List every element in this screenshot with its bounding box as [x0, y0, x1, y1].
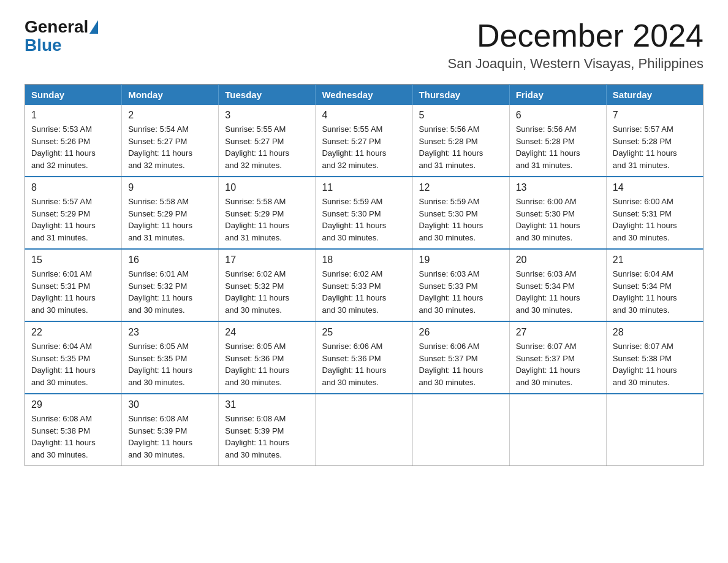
calendar-week-row: 8Sunrise: 5:57 AMSunset: 5:29 PMDaylight… [25, 177, 703, 249]
calendar-cell: 24Sunrise: 6:05 AMSunset: 5:36 PMDayligh… [219, 321, 316, 394]
day-number: 28 [613, 327, 697, 338]
weekday-header-sunday: Sunday [25, 85, 122, 105]
day-info: Sunrise: 6:02 AMSunset: 5:33 PMDaylight:… [322, 268, 406, 316]
logo-general-text: General [25, 18, 88, 36]
calendar-cell: 31Sunrise: 6:08 AMSunset: 5:39 PMDayligh… [219, 394, 316, 466]
calendar-cell: 5Sunrise: 5:56 AMSunset: 5:28 PMDaylight… [412, 105, 509, 177]
day-info: Sunrise: 5:58 AMSunset: 5:29 PMDaylight:… [225, 196, 309, 243]
day-number: 13 [516, 182, 600, 193]
calendar-cell: 7Sunrise: 5:57 AMSunset: 5:28 PMDaylight… [606, 105, 703, 177]
day-info: Sunrise: 6:07 AMSunset: 5:38 PMDaylight:… [613, 340, 697, 388]
day-info: Sunrise: 6:05 AMSunset: 5:35 PMDaylight:… [128, 340, 212, 388]
day-info: Sunrise: 6:08 AMSunset: 5:38 PMDaylight:… [31, 413, 115, 461]
calendar-cell: 6Sunrise: 5:56 AMSunset: 5:28 PMDaylight… [509, 105, 606, 177]
calendar-cell: 17Sunrise: 6:02 AMSunset: 5:32 PMDayligh… [219, 249, 316, 321]
calendar-cell: 22Sunrise: 6:04 AMSunset: 5:35 PMDayligh… [25, 321, 122, 394]
calendar-cell: 30Sunrise: 6:08 AMSunset: 5:39 PMDayligh… [122, 394, 219, 466]
weekday-header-row: SundayMondayTuesdayWednesdayThursdayFrid… [25, 85, 703, 105]
day-info: Sunrise: 6:04 AMSunset: 5:34 PMDaylight:… [613, 268, 697, 316]
day-number: 29 [31, 399, 115, 410]
day-info: Sunrise: 5:59 AMSunset: 5:30 PMDaylight:… [419, 196, 503, 243]
weekday-header-wednesday: Wednesday [316, 85, 412, 105]
day-number: 30 [128, 399, 212, 410]
calendar-cell: 2Sunrise: 5:54 AMSunset: 5:27 PMDaylight… [122, 105, 219, 177]
day-number: 1 [31, 110, 115, 121]
day-info: Sunrise: 5:55 AMSunset: 5:27 PMDaylight:… [322, 123, 406, 171]
day-number: 9 [128, 182, 212, 193]
logo: General Blue [25, 18, 99, 55]
day-number: 16 [128, 255, 212, 266]
day-number: 11 [322, 182, 406, 193]
day-info: Sunrise: 5:56 AMSunset: 5:28 PMDaylight:… [419, 123, 503, 171]
day-number: 17 [225, 255, 309, 266]
calendar-cell: 21Sunrise: 6:04 AMSunset: 5:34 PMDayligh… [606, 249, 703, 321]
day-number: 7 [613, 110, 697, 121]
day-info: Sunrise: 5:54 AMSunset: 5:27 PMDaylight:… [128, 123, 212, 171]
day-info: Sunrise: 6:00 AMSunset: 5:30 PMDaylight:… [516, 196, 600, 243]
day-number: 19 [419, 255, 503, 266]
title-area: December 2024 San Joaquin, Western Visay… [448, 18, 703, 72]
day-number: 5 [419, 110, 503, 121]
calendar-cell: 15Sunrise: 6:01 AMSunset: 5:31 PMDayligh… [25, 249, 122, 321]
weekday-header-monday: Monday [122, 85, 219, 105]
month-title: December 2024 [448, 18, 703, 53]
calendar-cell: 23Sunrise: 6:05 AMSunset: 5:35 PMDayligh… [122, 321, 219, 394]
calendar-week-row: 1Sunrise: 5:53 AMSunset: 5:26 PMDaylight… [25, 105, 703, 177]
day-number: 21 [613, 255, 697, 266]
calendar-cell: 18Sunrise: 6:02 AMSunset: 5:33 PMDayligh… [316, 249, 412, 321]
weekday-header-saturday: Saturday [606, 85, 703, 105]
weekday-header-thursday: Thursday [412, 85, 509, 105]
day-number: 31 [225, 399, 309, 410]
day-info: Sunrise: 6:06 AMSunset: 5:36 PMDaylight:… [322, 340, 406, 388]
day-number: 22 [31, 327, 115, 338]
calendar-cell: 29Sunrise: 6:08 AMSunset: 5:38 PMDayligh… [25, 394, 122, 466]
day-number: 24 [225, 327, 309, 338]
calendar-week-row: 22Sunrise: 6:04 AMSunset: 5:35 PMDayligh… [25, 321, 703, 394]
day-number: 6 [516, 110, 600, 121]
calendar-cell: 1Sunrise: 5:53 AMSunset: 5:26 PMDaylight… [25, 105, 122, 177]
calendar-cell [606, 394, 703, 466]
day-info: Sunrise: 6:01 AMSunset: 5:31 PMDaylight:… [31, 268, 115, 316]
day-info: Sunrise: 5:53 AMSunset: 5:26 PMDaylight:… [31, 123, 115, 171]
calendar-cell: 20Sunrise: 6:03 AMSunset: 5:34 PMDayligh… [509, 249, 606, 321]
day-number: 2 [128, 110, 212, 121]
day-info: Sunrise: 6:07 AMSunset: 5:37 PMDaylight:… [516, 340, 600, 388]
calendar-cell [412, 394, 509, 466]
logo-triangle-icon [89, 20, 98, 34]
day-info: Sunrise: 5:59 AMSunset: 5:30 PMDaylight:… [322, 196, 406, 243]
calendar-cell: 27Sunrise: 6:07 AMSunset: 5:37 PMDayligh… [509, 321, 606, 394]
day-number: 12 [419, 182, 503, 193]
day-info: Sunrise: 5:56 AMSunset: 5:28 PMDaylight:… [516, 123, 600, 171]
day-info: Sunrise: 6:08 AMSunset: 5:39 PMDaylight:… [225, 413, 309, 461]
location-title: San Joaquin, Western Visayas, Philippine… [448, 56, 703, 72]
day-info: Sunrise: 6:03 AMSunset: 5:34 PMDaylight:… [516, 268, 600, 316]
day-number: 27 [516, 327, 600, 338]
day-number: 25 [322, 327, 406, 338]
day-info: Sunrise: 6:02 AMSunset: 5:32 PMDaylight:… [225, 268, 309, 316]
day-number: 8 [31, 182, 115, 193]
day-info: Sunrise: 6:00 AMSunset: 5:31 PMDaylight:… [613, 196, 697, 243]
page-header: General Blue December 2024 San Joaquin, … [25, 18, 703, 72]
calendar-cell: 16Sunrise: 6:01 AMSunset: 5:32 PMDayligh… [122, 249, 219, 321]
day-number: 20 [516, 255, 600, 266]
day-info: Sunrise: 5:58 AMSunset: 5:29 PMDaylight:… [128, 196, 212, 243]
calendar-cell [316, 394, 412, 466]
day-number: 4 [322, 110, 406, 121]
calendar-cell: 3Sunrise: 5:55 AMSunset: 5:27 PMDaylight… [219, 105, 316, 177]
calendar-cell: 11Sunrise: 5:59 AMSunset: 5:30 PMDayligh… [316, 177, 412, 249]
calendar-cell: 10Sunrise: 5:58 AMSunset: 5:29 PMDayligh… [219, 177, 316, 249]
day-number: 3 [225, 110, 309, 121]
day-info: Sunrise: 5:55 AMSunset: 5:27 PMDaylight:… [225, 123, 309, 171]
calendar-cell: 25Sunrise: 6:06 AMSunset: 5:36 PMDayligh… [316, 321, 412, 394]
calendar-week-row: 29Sunrise: 6:08 AMSunset: 5:38 PMDayligh… [25, 394, 703, 466]
day-info: Sunrise: 6:03 AMSunset: 5:33 PMDaylight:… [419, 268, 503, 316]
calendar-table: SundayMondayTuesdayWednesdayThursdayFrid… [25, 84, 703, 466]
calendar-cell: 14Sunrise: 6:00 AMSunset: 5:31 PMDayligh… [606, 177, 703, 249]
day-info: Sunrise: 6:01 AMSunset: 5:32 PMDaylight:… [128, 268, 212, 316]
calendar-cell: 8Sunrise: 5:57 AMSunset: 5:29 PMDaylight… [25, 177, 122, 249]
calendar-cell: 12Sunrise: 5:59 AMSunset: 5:30 PMDayligh… [412, 177, 509, 249]
day-info: Sunrise: 6:05 AMSunset: 5:36 PMDaylight:… [225, 340, 309, 388]
calendar-cell: 26Sunrise: 6:06 AMSunset: 5:37 PMDayligh… [412, 321, 509, 394]
day-number: 10 [225, 182, 309, 193]
weekday-header-friday: Friday [509, 85, 606, 105]
